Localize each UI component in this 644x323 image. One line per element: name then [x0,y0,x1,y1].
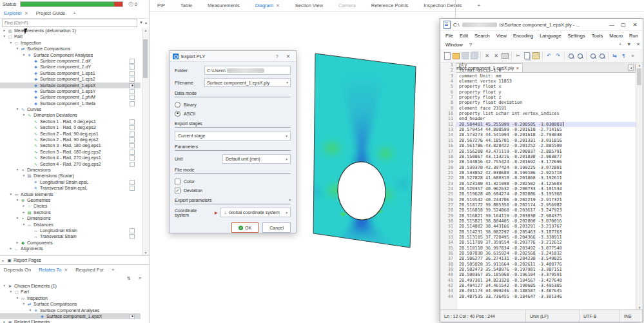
editor-area[interactable]: 1234567891011121314151617181920212223242… [440,63,643,310]
expander-icon[interactable]: ▾ [2,34,7,39]
visibility-checkbox[interactable] [130,89,135,94]
zoom-out-icon[interactable] [598,52,605,59]
tree-item[interactable]: ▾▤Dimensions (Scalar) [0,173,141,179]
tree-item[interactable]: ▾➤Chosen Elements (1) [0,283,141,289]
main-tab-reference-points[interactable]: Reference Points [364,3,416,8]
tab-close-icon[interactable]: ✕ [24,11,28,16]
close-button[interactable]: ✕ [630,22,639,28]
tree-item[interactable]: ↔Transversal Strain [0,233,141,239]
tree-scroll-thumb[interactable] [143,39,148,78]
tree-item[interactable]: ▾▪Dimensions [0,215,141,221]
close-all-icon[interactable]: ✕ [493,52,500,59]
menu-?[interactable]: ? [467,42,474,48]
tree-item[interactable]: ◈Surface component_1.dY [0,64,141,70]
visibility-checkbox[interactable] [130,143,135,148]
tree-item[interactable]: ∿Section 4 - Rad, 270 deg.eps1 [0,155,141,161]
tree-item[interactable]: ↔Longitudinal Strain [0,228,141,233]
expander-icon[interactable]: ▾ [28,308,33,313]
tree-item[interactable]: ▸▥Measurements (deformation 1) [0,28,141,34]
visibility-checkbox[interactable] [130,150,135,155]
tree-item[interactable]: ◈Surface component_1.phiM [0,94,141,100]
tree-item[interactable]: ▾⇄Surface Comparisons [0,301,141,307]
find-input[interactable] [2,19,137,27]
tree-item[interactable]: ▸◆Components [0,240,141,246]
visibility-checkbox[interactable] [130,155,135,161]
main-tab-table[interactable]: Table [173,3,200,8]
visibility-checkbox[interactable] [130,101,135,106]
tree-scrollbar[interactable]: ▲ ▼ [142,28,149,255]
panel-tab-explorer[interactable]: Explorer✕ [0,10,32,16]
expander-icon[interactable]: ▾ [8,191,14,197]
redo-icon[interactable]: ↷ [554,52,561,59]
tree-item[interactable]: ∿Section 2 - Rad, 90 deg.eps1 [0,131,141,137]
visibility-checkbox[interactable] [130,77,135,82]
collapse-icon[interactable]: ⇅ [127,276,131,281]
main-tab--[interactable]: + [470,3,488,8]
tree-item[interactable]: ▾⊕Geometries [0,197,141,203]
bottom-tab-required-for[interactable]: Required For [72,267,108,273]
tree-item[interactable]: ◈Surface component_1.epsY [0,88,141,94]
menu-language[interactable]: Language [537,33,563,39]
expander-icon[interactable]: ▾ [21,301,26,307]
bottom-tab-depends-on[interactable]: Depends On [0,267,35,273]
zoom-in-icon[interactable] [589,52,596,59]
expander-icon[interactable]: ▸ [8,246,14,251]
menu-file[interactable]: File [443,33,456,39]
visibility-checkbox[interactable] [130,125,135,130]
visibility-checkbox[interactable] [130,234,135,239]
menu-control-icon[interactable]: ▼ [627,42,631,47]
panel-tab-project-guide[interactable]: Project Guide [32,10,69,16]
save-all-icon[interactable] [471,52,478,59]
tree-item[interactable]: ▾↔Distances [0,222,141,228]
tree-item[interactable]: ◈Surface component_1.eps1 [0,70,141,76]
expander-icon[interactable]: ▾ [15,46,20,52]
info-badge[interactable]: ⓘ0 [128,1,137,8]
main-tab-measurements[interactable]: Measurements [200,3,248,8]
scroll-down-icon[interactable]: ▼ [142,251,149,255]
cancel-button[interactable]: Cancel [262,222,291,233]
expander-icon[interactable]: ▸ [2,28,7,34]
tree-item[interactable]: ▾▪Dimensions [0,167,141,173]
expander-icon[interactable]: ▸ [21,203,26,209]
filename-field[interactable]: Surface component_1.epsX.ply▾ [204,78,291,87]
tree-item[interactable]: ∿Section 1 - Rad, 0 deg.eps1 [0,119,141,124]
menu-macro[interactable]: Macro [607,33,625,39]
coordinate-system-dropdown[interactable]: ⊥Global coordinate system▾ [220,208,291,217]
3d-viewer[interactable] [303,45,425,258]
visibility-checkbox[interactable] [130,59,135,64]
expander-icon[interactable]: ▾ [21,112,26,118]
main-tab-diagram[interactable]: Diagram✕ [248,3,288,8]
find-icon[interactable] [567,52,574,59]
menu-control-icon[interactable]: + [619,42,621,47]
open-icon[interactable] [453,52,460,59]
unit-dropdown[interactable]: Default unit (mm)▾ [222,154,291,164]
checkbox-color[interactable]: Color [175,177,291,185]
undo-icon[interactable]: ↶ [545,52,552,59]
expander-icon[interactable]: ▾ [15,106,20,112]
tree-item[interactable]: ▾▭Inspection [0,40,141,46]
tree-item[interactable]: ≡Longitudinal Strain.epsL [0,179,141,185]
tree-item[interactable]: ∿Section 2 - Rad, 90 deg.eps2 [0,137,141,142]
tree-item[interactable]: ▸▣Related Elements [0,319,141,323]
visibility-checkbox[interactable] [130,137,135,142]
tree-item[interactable]: ◈Surface component_1.theta [0,101,141,106]
bottom-tab--[interactable]: + [108,267,118,273]
menu-encoding[interactable]: Encoding [511,33,536,39]
tree-item[interactable]: ∿Section 3 - Rad, 180 deg.eps1 [0,142,141,148]
bottom-tab-relates-to[interactable]: Relates To✕ [35,267,72,273]
menu-tools[interactable]: Tools [589,33,606,39]
visibility-checkbox[interactable] [130,186,135,191]
tree-item[interactable]: ▸○Circles [0,203,141,209]
tree-item[interactable]: ▾∿Dimension Deviations [0,112,141,118]
menu-edit[interactable]: Edit [457,33,471,39]
stage-dropdown[interactable]: Current stage▾ [175,131,291,141]
save-icon[interactable] [462,52,469,59]
menu-search[interactable]: Search [472,33,493,39]
ok-button[interactable]: ✓OK [231,222,259,233]
help-button[interactable]: ? [273,54,281,59]
notepad-title-bar[interactable]: C:\ ts\Surface component_1.epsX.ply - ..… [440,19,643,31]
visibility-checkbox[interactable] [130,95,135,100]
main-tab-camera[interactable]: Camera [331,3,364,8]
expander-icon[interactable]: ▾ [21,222,26,228]
visibility-checkbox[interactable] [130,132,135,137]
